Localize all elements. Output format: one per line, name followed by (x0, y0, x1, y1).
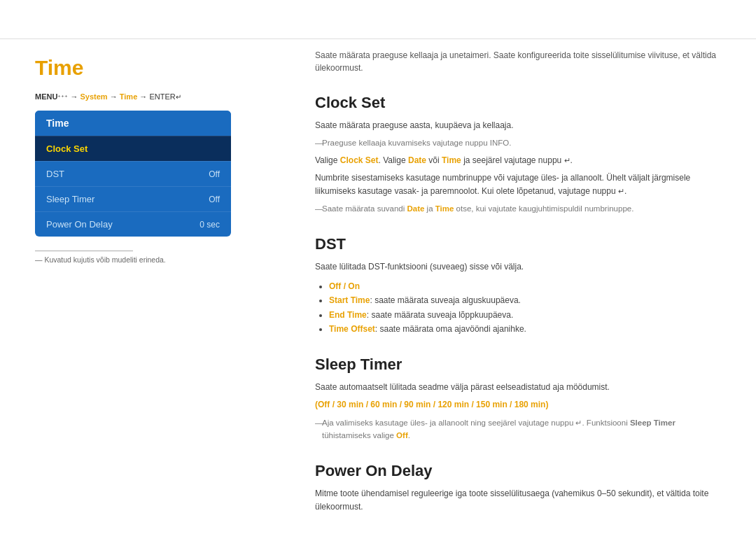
menu-item-sleep-timer[interactable]: Sleep Timer Off (35, 186, 231, 211)
footnote-line (35, 251, 133, 251)
section-title-dst: DST (315, 235, 721, 253)
section-title-sleep-timer: Sleep Timer (315, 356, 721, 374)
dst-bullet-off-on: Off / On (329, 279, 721, 293)
sleep-timer-note: Aja valimiseks kasutage üles- ja allanoo… (315, 416, 721, 442)
clock-set-note1: Praeguse kellaaja kuvamiseks vajutage nu… (315, 136, 721, 149)
menu-item-power-on-delay[interactable]: Power On Delay 0 sec (35, 211, 231, 237)
dst-bullets: Off / On Start Time: saate määrata suvea… (329, 279, 721, 337)
dst-bullet-end-time: End Time: saate määrata suveaja lõppkuup… (329, 308, 721, 322)
right-column: Saate määrata praeguse kellaaja ja uneta… (315, 28, 721, 533)
dst-intro: Saate lülitada DST-funktsiooni (suveaeg)… (315, 260, 721, 274)
power-on-delay-intro: Mitme toote ühendamisel reguleerige iga … (315, 487, 721, 514)
menu-path-system: System (80, 92, 108, 101)
clock-set-intro: Saate määrata praeguse aasta, kuupäeva j… (315, 119, 721, 132)
top-divider (0, 38, 756, 39)
menu-item-clock-set[interactable]: Clock Set (35, 136, 231, 161)
section-body-power-on-delay: Mitme toote ühendamisel reguleerige iga … (315, 487, 721, 514)
footnote-text: ― Kuvatud kujutis võib mudeliti erineda. (35, 255, 287, 264)
clock-set-instruction2: Numbrite sisestamiseks kasutage numbrinu… (315, 171, 721, 198)
section-power-on-delay: Power On Delay Mitme toote ühendamisel r… (315, 462, 721, 514)
section-sleep-timer: Sleep Timer Saate automaatselt lülitada … (315, 356, 721, 442)
tv-menu-header: Time (35, 111, 231, 136)
sleep-timer-intro: Saate automaatselt lülitada seadme välja… (315, 381, 721, 394)
right-header-text: Saate määrata praeguse kellaaja ja uneta… (315, 49, 721, 74)
clock-set-instruction1: Valige Clock Set. Valige Date või Time j… (315, 154, 721, 167)
footnote-box: ― Kuvatud kujutis võib mudeliti erineda. (35, 251, 287, 264)
section-title-clock-set: Clock Set (315, 94, 721, 112)
section-body-dst: Saate lülitada DST-funktsiooni (suveaeg)… (315, 260, 721, 337)
section-body-sleep-timer: Saate automaatselt lülitada seadme välja… (315, 381, 721, 442)
section-body-clock-set: Saate määrata praeguse aasta, kuupäeva j… (315, 119, 721, 216)
clock-set-note2: Saate määrata suvandi Date ja Time otse,… (315, 202, 721, 215)
dst-bullet-start-time: Start Time: saate määrata suveaja algusk… (329, 293, 721, 307)
dst-bullet-time-offset: Time Offset: saate määrata oma ajavööndi… (329, 322, 721, 336)
sleep-timer-options: (Off / 30 min / 60 min / 90 min / 120 mi… (315, 398, 721, 412)
menu-path: MENU⁺⁺⁺ → System → Time → ENTER↵ (35, 92, 287, 101)
section-dst: DST Saate lülitada DST-funktsiooni (suve… (315, 235, 721, 337)
menu-path-time: Time (120, 92, 137, 101)
section-title-power-on-delay: Power On Delay (315, 462, 721, 480)
left-column: Time MENU⁺⁺⁺ → System → Time → ENTER↵ Ti… (35, 28, 287, 533)
section-clock-set: Clock Set Saate määrata praeguse aasta, … (315, 94, 721, 216)
menu-item-dst[interactable]: DST Off (35, 161, 231, 186)
tv-menu-box: Time Clock Set DST Off Sleep Timer Off P… (35, 111, 231, 237)
page-title: Time (35, 56, 287, 80)
